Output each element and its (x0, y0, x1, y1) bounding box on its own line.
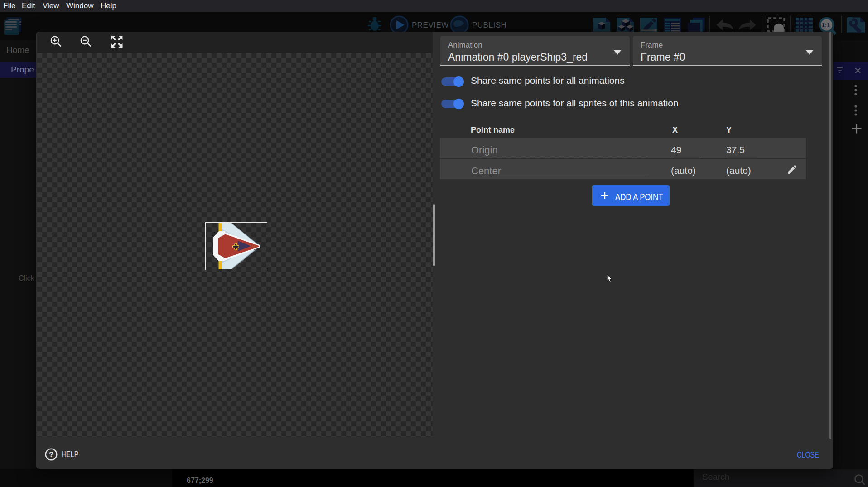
svg-text:?: ? (49, 450, 53, 459)
svg-text:1:1: 1:1 (822, 22, 830, 29)
svg-text:PREVIEW: PREVIEW (412, 21, 449, 29)
svg-text:PUBLISH: PUBLISH (472, 21, 506, 29)
